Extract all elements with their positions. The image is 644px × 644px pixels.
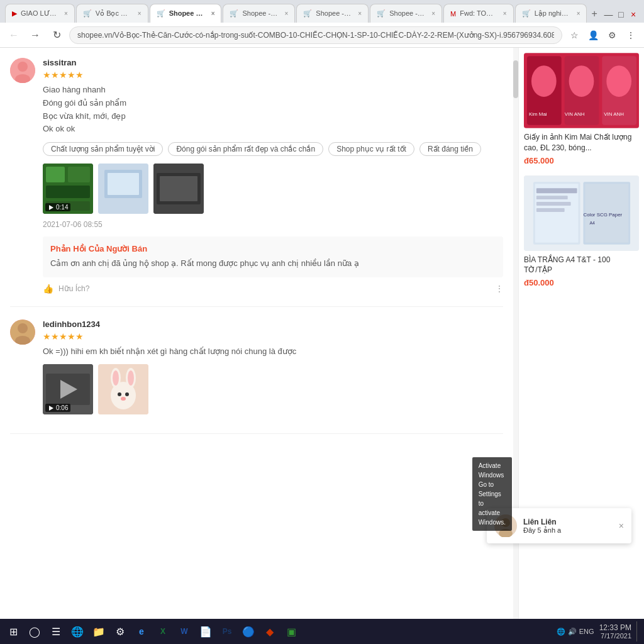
notif-message: Đây 5 ảnh a [523, 526, 613, 535]
svg-text:Kim Mai: Kim Mai [529, 111, 547, 117]
product-image: Kim Mai VIN ANH VIN ANH [524, 53, 639, 128]
svg-text:A4: A4 [589, 220, 595, 225]
review-image-3[interactable] [98, 364, 148, 414]
close-button[interactable]: × [628, 6, 639, 23]
svg-rect-49 [536, 202, 571, 206]
svg-point-1 [18, 62, 28, 72]
tab-label: GIAO LƯU ĐIỀN VIÊN [21, 9, 58, 18]
notif-text: Liên Liên Đây 5 ảnh a [523, 518, 613, 535]
product-image: Color SCG Paper A4 [524, 175, 639, 251]
main-content: sissitran ★★★★★ Giao hàng nhanh Đóng gói… [0, 48, 644, 644]
tab-label: Shopee - Kênh Người bán [316, 9, 352, 18]
review-image-1[interactable] [98, 164, 148, 214]
new-tab-button[interactable]: + [588, 5, 600, 23]
review-tag: Chất lượng sản phẩm tuyệt vời [43, 142, 163, 156]
product-price: đ50.000 [524, 278, 639, 287]
tab-favicon: 🛒 [230, 9, 238, 18]
menu-icon[interactable]: ⋮ [623, 27, 639, 43]
bookmark-icon[interactable]: ☆ [566, 27, 582, 43]
reviewer-name: sissitran [43, 58, 503, 67]
tab-close-icon[interactable]: × [64, 10, 68, 17]
helpful-row: 👍 Hữu Ích? ⋮ [43, 284, 503, 294]
notepad-button[interactable]: 📄 [196, 622, 215, 641]
task-view-button[interactable]: ☰ [47, 622, 65, 641]
tab-lapnghiep[interactable]: 🛒 Lập nghiệp với Shopee |... × [515, 4, 587, 23]
explorer-button[interactable]: 📁 [89, 622, 108, 641]
tab-favicon: 🛒 [303, 9, 312, 18]
svg-text:VIN ANH: VIN ANH [604, 111, 624, 117]
star-rating: ★★★★★ [43, 70, 503, 80]
product-card[interactable]: Color SCG Paper A4 BÌA TRẮNG A4 T&T - 10… [524, 175, 639, 288]
tab-favicon: 🛒 [522, 9, 531, 18]
search-button[interactable]: ◯ [25, 622, 44, 641]
svg-point-36 [531, 65, 557, 97]
tab-favicon: 🛒 [377, 9, 386, 18]
tab-shopee-2[interactable]: 🛒 Shopee - Kênh Người bán × [223, 4, 295, 23]
tab-label: Fwd: TOÁN- TV KẾT NỐI T... [460, 9, 497, 18]
reload-button[interactable]: ↻ [48, 26, 65, 44]
product-card[interactable]: Kim Mai VIN ANH VIN ANH Giấy in ảnh Kim … [524, 53, 639, 165]
avatar [10, 319, 35, 345]
app-button-2[interactable]: ▣ [282, 622, 301, 641]
ie-button[interactable]: e [132, 622, 151, 641]
thumbup-icon[interactable]: 👍 [43, 284, 53, 294]
extension-icon[interactable]: ⚙ [604, 27, 620, 43]
volume-icon: 🔊 [568, 628, 577, 636]
tab-close-icon[interactable]: × [138, 10, 142, 17]
review-image-video[interactable]: 0:14 [43, 164, 93, 214]
svg-marker-22 [49, 406, 53, 411]
svg-rect-47 [536, 188, 577, 193]
tab-close-icon[interactable]: × [503, 10, 507, 17]
tab-close-icon[interactable]: × [211, 10, 215, 17]
scrollbar[interactable] [513, 48, 518, 644]
tab-close-icon[interactable]: × [577, 10, 580, 17]
scrollbar-thumb[interactable] [513, 60, 518, 98]
svg-rect-15 [160, 176, 197, 201]
tab-email[interactable]: M Fwd: TOÁN- TV KẾT NỐI T... × [443, 4, 514, 23]
taskbar-time[interactable]: 12:33 PM 7/17/2021 [599, 623, 631, 640]
review-text: Giao hàng nhanh Đóng gói đủ sản phẩm Bọc… [43, 84, 503, 136]
show-desktop-button[interactable] [636, 621, 640, 641]
review-image-video-2[interactable]: 0:06 [43, 364, 93, 414]
tab-label: Lập nghiệp với Shopee |... [535, 9, 570, 18]
tab-label: Shopee - Kênh Người bán [389, 9, 425, 18]
review-body: ledinhbon1234 ★★★★★ Ok =))) hihi em kh b… [43, 319, 503, 421]
review-body: sissitran ★★★★★ Giao hàng nhanh Đóng gói… [43, 58, 503, 294]
address-bar[interactable] [69, 26, 562, 44]
back-button[interactable]: ← [5, 26, 23, 44]
svg-rect-12 [108, 173, 139, 195]
minimize-button[interactable]: — [603, 6, 614, 23]
maximize-button[interactable]: □ [615, 6, 626, 23]
tab-close-icon[interactable]: × [285, 10, 289, 17]
excel-button[interactable]: X [153, 622, 172, 641]
word-button[interactable]: W [175, 622, 194, 641]
chrome-button[interactable]: 🔵 [239, 622, 258, 641]
more-options-icon[interactable]: ⋮ [496, 284, 503, 293]
forward-button[interactable]: → [26, 26, 44, 44]
svg-point-30 [125, 392, 129, 396]
review-tag: Rất đáng tiền [419, 142, 481, 156]
start-button[interactable]: ⊞ [4, 622, 23, 641]
reviewer-name: ledinhbon1234 [43, 319, 503, 329]
tab-label: Shopee - Kênh Người bán [242, 9, 278, 18]
taskbar: ⊞ ◯ ☰ 🌐 📁 ⚙ e X W 📄 Ps 🔵 ◆ ▣ 🌐 🔊 ENG 12:… [0, 619, 644, 644]
tab-voboc[interactable]: 🛒 Vỏ Bọc Thẻ Căn Cước có n... × [76, 4, 148, 23]
svg-rect-5 [68, 167, 90, 182]
tab-close-icon[interactable]: × [431, 10, 435, 17]
tab-shopee-4[interactable]: 🛒 Shopee - Kênh Người bán × [370, 4, 442, 23]
tab-youtube[interactable]: ▶ GIAO LƯU ĐIỀN VIÊN × [5, 4, 75, 23]
tab-shopee-active[interactable]: 🛒 Shopee - Kênh Người bán × [150, 4, 222, 23]
tab-shopee-3[interactable]: 🛒 Shopee - Kênh Người bán × [296, 4, 369, 23]
app-button[interactable]: ◆ [260, 622, 279, 641]
settings-button[interactable]: ⚙ [111, 622, 130, 641]
product-name: BÌA TRẮNG A4 T&T - 100 TỜ/TẬP [524, 255, 639, 276]
edge-button[interactable]: 🌐 [68, 622, 87, 641]
taskbar-right: 🌐 🔊 ENG 12:33 PM 7/17/2021 [557, 621, 640, 641]
tab-close-icon[interactable]: × [358, 10, 362, 17]
review-image-2[interactable] [153, 164, 204, 214]
clock: 12:33 PM [599, 623, 631, 632]
photoshop-button[interactable]: Ps [218, 622, 236, 641]
profile-icon[interactable]: 👤 [585, 27, 601, 43]
taskbar-systray[interactable]: 🌐 🔊 ENG [557, 628, 594, 636]
notif-close-button[interactable]: × [619, 521, 624, 531]
